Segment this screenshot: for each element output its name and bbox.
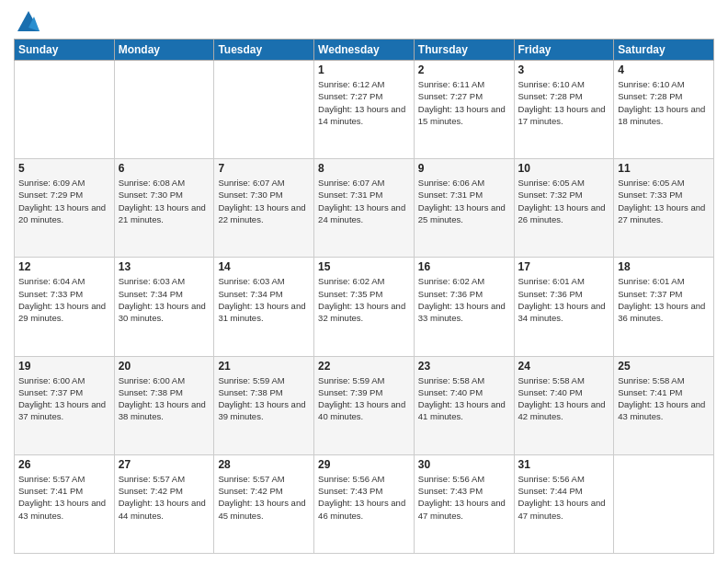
day-cell-13: 13Sunrise: 6:03 AM Sunset: 7:34 PM Dayli… — [114, 258, 214, 356]
weekday-header-monday: Monday — [114, 40, 214, 61]
day-number: 9 — [418, 162, 510, 175]
day-info: Sunrise: 6:00 AM Sunset: 7:38 PM Dayligh… — [119, 374, 210, 423]
day-info: Sunrise: 6:01 AM Sunset: 7:36 PM Dayligh… — [518, 275, 610, 324]
day-info: Sunrise: 6:08 AM Sunset: 7:30 PM Dayligh… — [119, 177, 210, 225]
day-number: 29 — [318, 458, 410, 471]
day-info: Sunrise: 5:56 AM Sunset: 7:43 PM Dayligh… — [418, 473, 510, 522]
calendar-table: SundayMondayTuesdayWednesdayThursdayFrid… — [14, 39, 714, 554]
day-number: 7 — [218, 162, 310, 175]
day-number: 20 — [119, 360, 210, 373]
empty-cell — [614, 454, 714, 553]
weekday-header-friday: Friday — [514, 40, 614, 61]
day-number: 1 — [318, 63, 410, 76]
day-cell-5: 5Sunrise: 6:09 AM Sunset: 7:29 PM Daylig… — [15, 159, 115, 258]
day-cell-28: 28Sunrise: 5:57 AM Sunset: 7:42 PM Dayli… — [214, 454, 314, 553]
day-number: 2 — [418, 63, 510, 76]
day-number: 14 — [218, 260, 310, 273]
day-number: 28 — [218, 458, 310, 471]
day-number: 3 — [518, 63, 610, 76]
weekday-header-saturday: Saturday — [614, 40, 714, 61]
day-cell-14: 14Sunrise: 6:03 AM Sunset: 7:34 PM Dayli… — [214, 258, 314, 356]
day-cell-8: 8Sunrise: 6:07 AM Sunset: 7:31 PM Daylig… — [314, 159, 415, 258]
day-cell-24: 24Sunrise: 5:58 AM Sunset: 7:40 PM Dayli… — [514, 356, 614, 454]
week-row-1: 1Sunrise: 6:12 AM Sunset: 7:27 PM Daylig… — [15, 61, 714, 159]
day-cell-6: 6Sunrise: 6:08 AM Sunset: 7:30 PM Daylig… — [114, 159, 214, 258]
day-number: 30 — [418, 458, 510, 471]
day-number: 24 — [518, 360, 610, 373]
day-cell-11: 11Sunrise: 6:05 AM Sunset: 7:33 PM Dayli… — [614, 159, 714, 258]
day-number: 17 — [518, 260, 610, 273]
day-info: Sunrise: 6:11 AM Sunset: 7:27 PM Dayligh… — [418, 78, 510, 127]
day-info: Sunrise: 5:58 AM Sunset: 7:41 PM Dayligh… — [618, 374, 710, 423]
day-number: 11 — [618, 162, 710, 175]
day-cell-7: 7Sunrise: 6:07 AM Sunset: 7:30 PM Daylig… — [214, 159, 314, 258]
day-cell-9: 9Sunrise: 6:06 AM Sunset: 7:31 PM Daylig… — [414, 159, 514, 258]
empty-cell — [214, 61, 314, 159]
day-info: Sunrise: 5:57 AM Sunset: 7:41 PM Dayligh… — [18, 473, 110, 522]
day-number: 8 — [318, 162, 410, 175]
day-info: Sunrise: 6:06 AM Sunset: 7:31 PM Dayligh… — [418, 177, 510, 225]
day-number: 25 — [618, 360, 710, 373]
day-number: 16 — [418, 260, 510, 273]
day-cell-20: 20Sunrise: 6:00 AM Sunset: 7:38 PM Dayli… — [114, 356, 214, 454]
day-cell-2: 2Sunrise: 6:11 AM Sunset: 7:27 PM Daylig… — [414, 61, 514, 159]
day-info: Sunrise: 6:03 AM Sunset: 7:34 PM Dayligh… — [119, 275, 210, 324]
day-info: Sunrise: 6:10 AM Sunset: 7:28 PM Dayligh… — [618, 78, 710, 127]
day-number: 26 — [18, 458, 110, 471]
day-info: Sunrise: 6:01 AM Sunset: 7:37 PM Dayligh… — [618, 275, 710, 324]
day-cell-18: 18Sunrise: 6:01 AM Sunset: 7:37 PM Dayli… — [614, 258, 714, 356]
day-cell-4: 4Sunrise: 6:10 AM Sunset: 7:28 PM Daylig… — [614, 61, 714, 159]
day-cell-1: 1Sunrise: 6:12 AM Sunset: 7:27 PM Daylig… — [314, 61, 415, 159]
day-info: Sunrise: 5:59 AM Sunset: 7:39 PM Dayligh… — [318, 374, 410, 423]
day-info: Sunrise: 6:02 AM Sunset: 7:36 PM Dayligh… — [418, 275, 510, 324]
day-number: 31 — [518, 458, 610, 471]
weekday-header-sunday: Sunday — [15, 40, 115, 61]
day-number: 5 — [18, 162, 110, 175]
day-cell-21: 21Sunrise: 5:59 AM Sunset: 7:38 PM Dayli… — [214, 356, 314, 454]
day-number: 15 — [318, 260, 410, 273]
day-number: 4 — [618, 63, 710, 76]
week-row-3: 12Sunrise: 6:04 AM Sunset: 7:33 PM Dayli… — [15, 258, 714, 356]
day-number: 19 — [18, 360, 110, 373]
day-info: Sunrise: 6:00 AM Sunset: 7:37 PM Dayligh… — [18, 374, 110, 423]
day-cell-31: 31Sunrise: 5:56 AM Sunset: 7:44 PM Dayli… — [514, 454, 614, 553]
day-cell-12: 12Sunrise: 6:04 AM Sunset: 7:33 PM Dayli… — [15, 258, 115, 356]
day-info: Sunrise: 5:59 AM Sunset: 7:38 PM Dayligh… — [218, 374, 310, 423]
day-info: Sunrise: 5:58 AM Sunset: 7:40 PM Dayligh… — [518, 374, 610, 423]
day-number: 23 — [418, 360, 510, 373]
day-info: Sunrise: 6:10 AM Sunset: 7:28 PM Dayligh… — [518, 78, 610, 127]
day-info: Sunrise: 6:03 AM Sunset: 7:34 PM Dayligh… — [218, 275, 310, 324]
day-info: Sunrise: 6:05 AM Sunset: 7:33 PM Dayligh… — [618, 177, 710, 225]
day-cell-15: 15Sunrise: 6:02 AM Sunset: 7:35 PM Dayli… — [314, 258, 415, 356]
day-cell-3: 3Sunrise: 6:10 AM Sunset: 7:28 PM Daylig… — [514, 61, 614, 159]
day-cell-23: 23Sunrise: 5:58 AM Sunset: 7:40 PM Dayli… — [414, 356, 514, 454]
day-cell-22: 22Sunrise: 5:59 AM Sunset: 7:39 PM Dayli… — [314, 356, 415, 454]
day-info: Sunrise: 6:05 AM Sunset: 7:32 PM Dayligh… — [518, 177, 610, 225]
day-cell-19: 19Sunrise: 6:00 AM Sunset: 7:37 PM Dayli… — [15, 356, 115, 454]
empty-cell — [114, 61, 214, 159]
day-info: Sunrise: 6:07 AM Sunset: 7:30 PM Dayligh… — [218, 177, 310, 225]
weekday-header-thursday: Thursday — [414, 40, 514, 61]
day-number: 22 — [318, 360, 410, 373]
weekday-header-tuesday: Tuesday — [214, 40, 314, 61]
weekday-header-wednesday: Wednesday — [314, 40, 415, 61]
day-number: 10 — [518, 162, 610, 175]
calendar-page: SundayMondayTuesdayWednesdayThursdayFrid… — [0, 0, 728, 563]
day-number: 18 — [618, 260, 710, 273]
day-number: 27 — [119, 458, 210, 471]
day-number: 6 — [119, 162, 210, 175]
day-info: Sunrise: 5:57 AM Sunset: 7:42 PM Dayligh… — [218, 473, 310, 522]
week-row-2: 5Sunrise: 6:09 AM Sunset: 7:29 PM Daylig… — [15, 159, 714, 258]
logo — [14, 9, 41, 31]
day-cell-29: 29Sunrise: 5:56 AM Sunset: 7:43 PM Dayli… — [314, 454, 415, 553]
day-cell-27: 27Sunrise: 5:57 AM Sunset: 7:42 PM Dayli… — [114, 454, 214, 553]
day-info: Sunrise: 6:02 AM Sunset: 7:35 PM Dayligh… — [318, 275, 410, 324]
day-cell-25: 25Sunrise: 5:58 AM Sunset: 7:41 PM Dayli… — [614, 356, 714, 454]
day-info: Sunrise: 6:09 AM Sunset: 7:29 PM Dayligh… — [18, 177, 110, 225]
day-info: Sunrise: 6:12 AM Sunset: 7:27 PM Dayligh… — [318, 78, 410, 127]
day-info: Sunrise: 6:07 AM Sunset: 7:31 PM Dayligh… — [318, 177, 410, 225]
day-cell-30: 30Sunrise: 5:56 AM Sunset: 7:43 PM Dayli… — [414, 454, 514, 553]
week-row-5: 26Sunrise: 5:57 AM Sunset: 7:41 PM Dayli… — [15, 454, 714, 553]
day-info: Sunrise: 5:56 AM Sunset: 7:43 PM Dayligh… — [318, 473, 410, 522]
header — [14, 9, 714, 31]
